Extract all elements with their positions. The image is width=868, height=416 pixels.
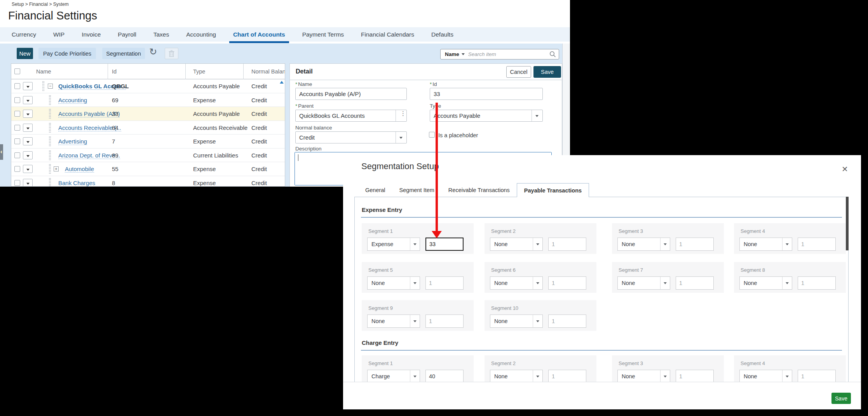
search-input[interactable] [468,51,549,57]
row-checkbox[interactable] [14,152,20,158]
segment-value-input[interactable] [548,370,586,382]
row-menu-button[interactable] [23,151,33,159]
column-divider[interactable] [108,64,108,79]
tab-defaults[interactable]: Defaults [423,27,462,42]
col-header-name[interactable]: Name [36,68,51,75]
tab-payment-terms[interactable]: Payment Terms [294,27,352,42]
parent-field[interactable]: QuickBooks GL Accounts ⋮ [295,110,407,122]
row-menu-button[interactable] [23,82,33,90]
segment-type-select[interactable]: None [490,315,543,328]
segment-type-select[interactable]: None [367,276,420,290]
drag-handle-icon[interactable] [49,164,51,174]
name-field[interactable] [295,88,407,100]
segment-value-input[interactable] [676,238,714,251]
tab-accounting[interactable]: Accounting [178,27,225,42]
row-checkbox[interactable] [14,138,20,144]
segment-type-select[interactable]: None [490,370,543,382]
close-icon[interactable]: ✕ [842,164,848,174]
segment-value-input-focused[interactable] [425,238,464,251]
segment-type-select[interactable]: None [739,370,792,382]
row-menu-button[interactable] [23,124,33,132]
scroll-up-icon[interactable] [280,81,284,84]
segment-type-select[interactable]: None [490,238,543,251]
tab-payroll[interactable]: Payroll [109,27,145,42]
segment-value-input[interactable] [425,276,464,290]
col-header-normal-balance[interactable]: Normal Balance [251,68,285,75]
tab-wip[interactable]: WIP [45,27,73,42]
segment-value-input[interactable] [798,276,836,290]
row-checkbox[interactable] [14,166,20,172]
segment-type-select[interactable]: Expense [367,238,420,251]
segmentation-button[interactable]: Segmentation [102,48,145,59]
segment-type-select[interactable]: None [739,276,792,290]
segment-type-select[interactable]: Charge [367,370,420,382]
new-button[interactable]: New [17,48,33,59]
dialog-scrollbar-thumb[interactable] [846,197,849,250]
search-filter-select[interactable]: Name [445,51,459,57]
drag-handle-icon[interactable] [49,123,51,133]
lookup-button[interactable]: ⋮ [396,110,406,121]
delete-button[interactable] [165,48,178,59]
account-link[interactable]: Bank Charges [58,180,95,187]
row-checkbox[interactable] [14,180,20,186]
account-link[interactable]: Advertising [58,138,87,145]
row-menu-button[interactable] [23,137,33,145]
row-menu-button[interactable] [23,179,33,187]
column-divider[interactable] [243,64,244,79]
tab-taxes[interactable]: Taxes [145,27,178,42]
segment-type-select[interactable]: None [739,238,792,251]
table-row[interactable]: Accounting 69 Expense Credit [11,93,285,107]
row-menu-button[interactable] [23,165,33,173]
tab-segment-item[interactable]: Segment Item [392,183,441,197]
pay-code-priorities-button[interactable]: Pay Code Priorities [38,48,96,59]
account-link[interactable]: Arizona Dept. of Reve... [58,152,120,159]
drag-handle-icon[interactable] [49,136,51,146]
drag-handle-icon[interactable] [49,109,51,119]
refresh-icon[interactable]: ↻ [149,46,157,57]
expand-icon[interactable] [54,166,59,171]
table-row[interactable]: Arizona Dept. of Reve... 89 Current Liab… [11,149,285,163]
account-link[interactable]: Automobile [65,166,94,173]
table-row[interactable]: Bank Charges 8 Expense Credit [11,176,285,187]
dropdown-button[interactable] [532,110,542,121]
tab-receivable-transactions[interactable]: Receivable Transactions [441,183,517,197]
row-checkbox[interactable] [14,125,20,131]
segment-value-input[interactable] [676,370,714,382]
table-row[interactable]: Accounts Receivable (... 84 Accounts Rec… [11,121,285,135]
segment-type-select[interactable]: None [490,276,543,290]
is-placeholder-checkbox[interactable] [429,132,435,138]
row-menu-button[interactable] [23,110,33,118]
table-row-selected[interactable]: Accounts Payable (A/P) 33 Accounts Payab… [11,107,285,121]
tab-chart-of-accounts[interactable]: Chart of Accounts [225,27,294,42]
table-row[interactable]: QuickBooks GL Accou... QBGL Accounts Pay… [11,79,285,93]
tab-currency[interactable]: Currency [3,27,45,42]
table-row[interactable]: Advertising 7 Expense Credit [11,135,285,149]
segment-value-input[interactable] [798,238,836,251]
dialog-save-button[interactable]: Save [831,393,851,404]
segment-type-select[interactable]: None [617,370,670,382]
segment-value-input[interactable] [548,276,586,290]
segment-value-input[interactable] [548,238,586,251]
tab-financial-calendars[interactable]: Financial Calendars [352,27,423,42]
drag-handle-icon[interactable] [49,150,51,160]
segment-type-select[interactable]: None [617,276,670,290]
row-menu-button[interactable] [23,96,33,104]
collapse-icon[interactable] [48,84,53,89]
row-checkbox[interactable] [14,83,20,89]
segment-value-input[interactable] [425,315,464,328]
col-header-id[interactable]: Id [112,68,117,75]
tab-general[interactable]: General [358,183,392,197]
segment-type-select[interactable]: None [367,315,420,328]
table-row[interactable]: Automobile 55 Expense Credit [11,162,285,176]
segment-type-select[interactable]: None [617,238,670,251]
col-header-type[interactable]: Type [193,68,205,75]
segment-value-input[interactable] [548,315,586,328]
segment-value-input[interactable] [676,276,714,290]
segment-value-input[interactable] [798,370,836,382]
normal-balance-select[interactable]: Credit [295,131,407,143]
drag-handle-icon[interactable] [49,95,51,105]
tab-invoice[interactable]: Invoice [73,27,109,42]
cancel-button[interactable]: Cancel [506,66,531,78]
select-all-checkbox[interactable] [14,68,20,74]
segment-value-input[interactable] [425,370,464,382]
